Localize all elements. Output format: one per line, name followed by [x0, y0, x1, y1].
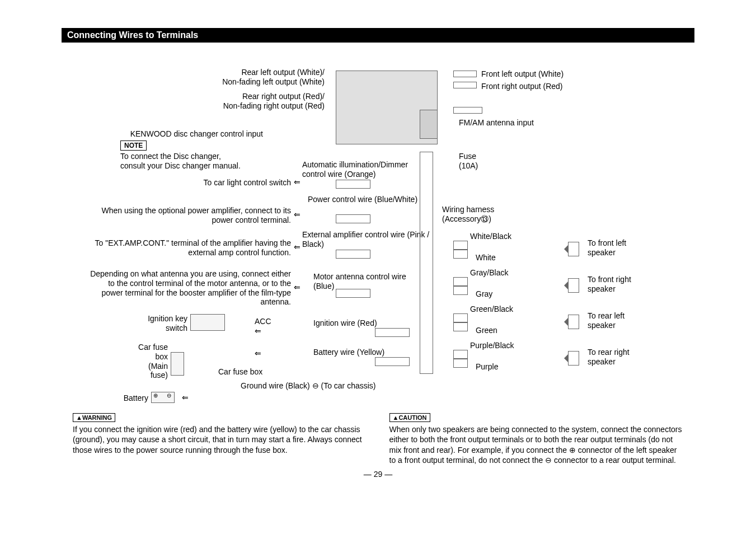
- speaker-icon: [568, 351, 579, 366]
- disc-changer-label: KENWOOD disc changer control input: [101, 129, 263, 139]
- wire-color-label: Purple: [476, 362, 498, 372]
- left-arrow-icon: ⇐: [294, 177, 300, 186]
- left-arrow-icon: ⇐: [294, 283, 300, 292]
- car-fuse-main-label: Car fuse box (Main fuse): [129, 343, 168, 380]
- left-arrow-icon: ⇐: [182, 393, 189, 402]
- wire-color-label: White/Black: [470, 232, 511, 241]
- car-fuse-main-icon: [171, 352, 184, 376]
- battery-label: Battery: [120, 394, 148, 403]
- power-ctrl-label: Power control wire (Blue/White): [308, 195, 420, 204]
- ground-wire-label: Ground wire (Black) ⊖ (To car chassis): [241, 381, 376, 391]
- acc-label: ACC: [255, 317, 271, 326]
- warning-caution-row: ▲WARNING If you connect the ignition wir…: [62, 412, 694, 465]
- wire-box: [336, 289, 370, 298]
- harness-label: Wiring harness (Accessory⑬): [442, 205, 520, 224]
- to-speaker-label: To front right speaker: [588, 275, 644, 294]
- rca-jack-icon: [453, 71, 477, 77]
- motor-ant-label: Motor antenna control wire (Blue): [313, 272, 425, 291]
- fm-am-input-label: FM/AM antenna input: [459, 118, 534, 128]
- speaker-icon: [568, 278, 579, 293]
- section-header: Connecting Wires to Terminals: [62, 28, 694, 43]
- ignition-wire-label: Ignition wire (Red): [313, 318, 377, 328]
- battery-minus-icon: ⊖: [167, 392, 171, 399]
- motor-ant-dest-label: Depending on what antenna you are using,…: [90, 269, 291, 307]
- speaker-rear-left: Green/Black Green To rear left speaker: [448, 306, 593, 334]
- harness-connector: [420, 152, 433, 374]
- to-speaker-label: To rear left speaker: [588, 311, 644, 330]
- to-speaker-label: To rear right speaker: [588, 348, 644, 367]
- page-number: — 29 —: [62, 470, 694, 479]
- auto-illum-label: Automatic illumination/Dimmer control wi…: [302, 160, 431, 179]
- battery-wire-label: Battery wire (Yellow): [313, 348, 384, 357]
- wire-box: [336, 180, 370, 189]
- speaker-icon: [568, 315, 579, 329]
- speaker-front-left: White/Black White To front left speaker: [448, 233, 593, 261]
- left-arrow-icon: ⇐: [255, 349, 261, 358]
- front-right-output-label: Front right output (Red): [481, 82, 563, 91]
- ignition-key-label: Ignition key switch: [134, 314, 187, 333]
- wire-box: [375, 357, 410, 366]
- warning-text: If you connect the ignition wire (red) a…: [73, 424, 367, 455]
- ignition-switch-icon: [190, 314, 225, 331]
- speaker-front-right: Gray/Black Gray To front right speaker: [448, 269, 593, 297]
- left-arrow-icon: ⇐: [294, 242, 300, 251]
- wire-color-label: Green/Black: [470, 305, 513, 314]
- wire-box: [336, 250, 370, 259]
- ext-amp-wire-label: External amplifier control wire (Pink / …: [302, 230, 431, 249]
- wire-color-label: Green: [476, 326, 497, 335]
- note-badge: NOTE: [120, 140, 147, 151]
- note-text: To connect the Disc changer, consult you…: [120, 152, 266, 171]
- wire-color-label: Gray: [476, 289, 492, 299]
- caution-col: ▲CAUTION When only two speakers are bein…: [389, 412, 684, 465]
- left-arrow-icon: ⇐: [294, 210, 300, 219]
- left-arrow-icon: ⇐: [255, 326, 261, 335]
- car-light-label: To car light control switch: [157, 178, 291, 188]
- speaker-rear-right: Purple/Black Purple To rear right speake…: [448, 342, 593, 370]
- wire-box: [375, 328, 410, 337]
- front-left-output-label: Front left output (White): [481, 69, 564, 79]
- rear-right-output-label: Rear right output (Red)/ Non-fading righ…: [157, 92, 325, 111]
- caution-text: When only two speakers are being connect…: [389, 424, 684, 465]
- wire-color-label: Purple/Black: [470, 341, 514, 350]
- to-speaker-label: To front left speaker: [588, 238, 644, 257]
- wire-box: [336, 214, 370, 223]
- warning-col: ▲WARNING If you connect the ignition wir…: [73, 412, 367, 465]
- fuse-block: [420, 110, 438, 139]
- wire-color-label: Gray/Black: [470, 268, 508, 278]
- car-fuse-label: Car fuse box: [218, 367, 262, 377]
- rear-left-output-label: Rear left output (White)/ Non-fading lef…: [157, 68, 325, 87]
- ext-amp-dest-label: To "EXT.AMP.CONT." terminal of the ampli…: [81, 238, 291, 257]
- caution-badge: ▲CAUTION: [389, 413, 430, 422]
- speaker-icon: [568, 242, 579, 256]
- rca-jack-icon: [453, 82, 477, 88]
- antenna-jack-icon: [453, 107, 482, 114]
- power-amp-label: When using the optional power amplifier,…: [98, 206, 291, 225]
- fuse-label: Fuse (10A): [459, 152, 478, 171]
- battery-plus-icon: ⊕: [153, 392, 158, 399]
- wiring-diagram: Rear left output (White)/ Non-fading lef…: [73, 48, 683, 406]
- wire-color-label: White: [476, 253, 496, 263]
- warning-badge: ▲WARNING: [73, 413, 115, 422]
